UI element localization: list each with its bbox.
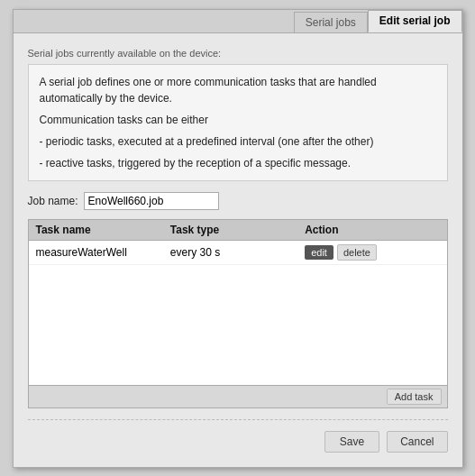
job-name-row: Job name: xyxy=(28,192,448,210)
panel-body: Serial jobs currently available on the d… xyxy=(14,33,462,467)
footer-buttons: Save Cancel xyxy=(28,427,448,458)
table-body: measureWaterWell every 30 s edit delete xyxy=(29,241,447,385)
cancel-button[interactable]: Cancel xyxy=(387,431,447,453)
desc-line2: Communication tasks can be either xyxy=(40,112,436,128)
task-type-cell: every 30 s xyxy=(170,246,305,259)
tab-edit-serial-job[interactable]: Edit serial job xyxy=(368,10,462,32)
col-task-name: Task name xyxy=(36,224,170,236)
col-task-type: Task type xyxy=(170,224,305,236)
tab-serial-jobs[interactable]: Serial jobs xyxy=(294,12,368,32)
desc-line3: - periodic tasks, executed at a predefin… xyxy=(40,133,436,150)
save-button[interactable]: Save xyxy=(324,431,379,453)
dialog-window: Serial jobs Edit serial job Serial jobs … xyxy=(13,9,463,468)
task-table: Task name Task type Action measureWaterW… xyxy=(28,219,448,408)
add-task-bar: Add task xyxy=(29,385,447,407)
description-box: A serial job defines one or more communi… xyxy=(28,64,448,181)
col-action: Action xyxy=(305,224,439,236)
job-name-input[interactable] xyxy=(84,192,219,210)
task-name-cell: measureWaterWell xyxy=(36,246,170,259)
job-name-label: Job name: xyxy=(28,195,78,207)
desc-line4: - reactive tasks, triggered by the recep… xyxy=(40,155,436,171)
tab-bar: Serial jobs Edit serial job xyxy=(14,10,462,33)
action-buttons: edit delete xyxy=(305,244,439,261)
table-header: Task name Task type Action xyxy=(29,220,447,241)
table-row: measureWaterWell every 30 s edit delete xyxy=(29,241,447,265)
delete-button[interactable]: delete xyxy=(337,244,377,261)
edit-button[interactable]: edit xyxy=(305,245,333,260)
divider xyxy=(28,419,448,420)
add-task-button[interactable]: Add task xyxy=(387,389,442,405)
desc-line1: A serial job defines one or more communi… xyxy=(40,74,436,106)
serial-jobs-hint: Serial jobs currently available on the d… xyxy=(28,46,448,64)
